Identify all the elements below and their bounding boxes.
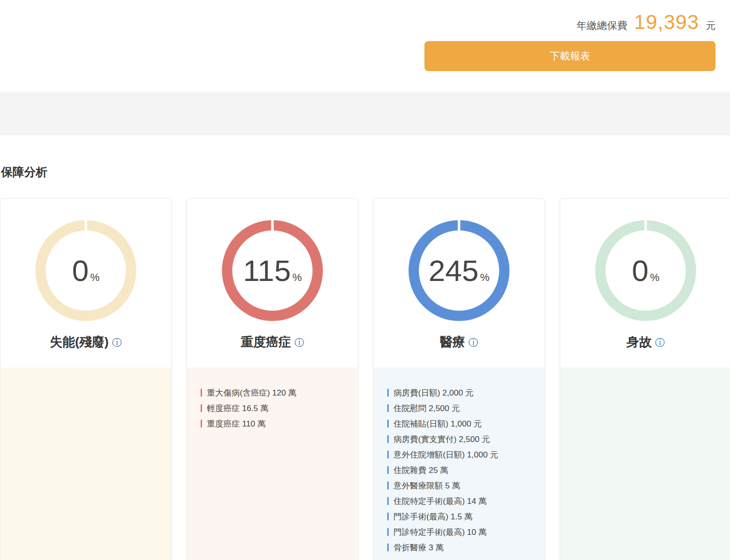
benefit-tick: [387, 389, 389, 397]
donut-chart-death: 0 %: [594, 219, 697, 322]
card-title: 身故: [627, 334, 652, 351]
benefit-text: 住院慰問 2,500 元: [394, 403, 460, 414]
benefit-tick: [201, 389, 202, 397]
section-title: 保障分析: [0, 164, 730, 180]
premium-value: 19,393: [634, 11, 699, 34]
percent-sign: %: [650, 271, 659, 284]
benefit-text: 意外醫療限額 5 萬: [394, 480, 460, 491]
benefit-text: 病房費(日額) 2,000 元: [394, 387, 473, 398]
donut-chart-severe-cancer: 115 %: [221, 219, 324, 322]
benefit-item: 住院雜費 25 萬: [387, 462, 535, 478]
coverage-cards: 0 % 失能(殘廢) ⓘ 115: [0, 198, 730, 560]
card-title: 醫療: [440, 334, 465, 351]
percent-value: 115: [243, 253, 291, 288]
info-icon[interactable]: ⓘ: [655, 338, 665, 347]
benefit-tick: [387, 497, 389, 505]
benefit-tick: [387, 420, 389, 427]
premium-label: 年繳總保費: [577, 19, 628, 32]
annual-premium: 年繳總保費 19,393 元: [577, 11, 715, 34]
card-title: 失能(殘廢): [50, 334, 108, 351]
benefit-tick: [387, 482, 389, 489]
benefit-tick: [201, 420, 202, 427]
benefit-tick: [387, 466, 389, 474]
benefit-item: 門診特定手術(最高) 10 萬: [387, 524, 535, 540]
card-title: 重度癌症: [241, 334, 291, 351]
coverage-card-death: 0 % 身故 ⓘ: [560, 198, 730, 560]
benefit-text: 住院特定手術(最高) 14 萬: [394, 496, 487, 507]
coverage-card-severe-cancer: 115 % 重度癌症 ⓘ 重大傷病(含癌症) 120 萬輕度癌症 16.5 萬重…: [187, 198, 358, 560]
benefit-text: 重度癌症 110 萬: [207, 418, 266, 429]
benefit-text: 意外住院增額(日額) 1,000 元: [394, 449, 498, 460]
donut-chart-medical: 245 %: [408, 219, 511, 322]
coverage-analysis-section: 保障分析 0 % 失能(殘廢) ⓘ: [0, 135, 730, 560]
percent-sign: %: [480, 271, 490, 284]
benefit-text: 重大傷病(含癌症) 120 萬: [207, 387, 296, 398]
benefit-item: 輕度癌症 16.5 萬: [201, 400, 348, 416]
benefit-tick: [387, 528, 389, 536]
benefit-text: 住院雜費 25 萬: [394, 465, 448, 476]
donut-chart-disability: 0 %: [34, 219, 137, 322]
percent-value: 0: [632, 253, 648, 288]
benefit-item: 住院補貼(日額) 1,000 元: [387, 416, 535, 431]
benefit-item: 意外醫療限額 5 萬: [387, 478, 535, 493]
benefit-text: 骨折醫療 3 萬: [394, 542, 444, 553]
percent-value: 0: [72, 253, 88, 288]
coverage-card-medical: 245 % 醫療 ⓘ 病房費(日額) 2,000 元住院慰問 2,500 元住院…: [373, 198, 545, 560]
benefit-tick: [201, 404, 202, 412]
section-divider-band: [0, 92, 730, 135]
percent-value: 245: [428, 253, 478, 288]
info-icon[interactable]: ⓘ: [112, 338, 122, 347]
benefit-text: 病房費(實支實付) 2,500 元: [394, 434, 490, 445]
benefit-item: 病房費(日額) 2,000 元: [387, 385, 535, 400]
benefit-item: 病房費(實支實付) 2,500 元: [387, 431, 535, 447]
benefit-list: [0, 368, 171, 560]
benefit-tick: [387, 451, 389, 458]
benefit-item: 意外住院增額(日額) 1,000 元: [387, 447, 535, 462]
benefit-tick: [387, 435, 389, 443]
info-icon[interactable]: ⓘ: [294, 338, 304, 347]
benefit-text: 住院補貼(日額) 1,000 元: [394, 418, 482, 429]
benefit-item: 重大傷病(含癌症) 120 萬: [201, 385, 348, 400]
benefit-tick: [387, 544, 389, 551]
download-report-button[interactable]: 下載報表: [424, 41, 715, 71]
benefit-list: 病房費(日額) 2,000 元住院慰問 2,500 元住院補貼(日額) 1,00…: [374, 368, 544, 560]
benefit-item: 住院慰問 2,500 元: [387, 400, 535, 416]
benefit-tick: [387, 513, 389, 520]
benefit-list: 重大傷病(含癌症) 120 萬輕度癌症 16.5 萬重度癌症 110 萬: [187, 368, 358, 560]
benefit-tick: [387, 404, 389, 412]
benefit-item: 重度癌症 110 萬: [201, 416, 348, 431]
benefit-text: 輕度癌症 16.5 萬: [207, 403, 269, 414]
benefit-text: 門診手術(最高) 1.5 萬: [394, 511, 472, 522]
info-icon[interactable]: ⓘ: [468, 338, 478, 347]
benefit-text: 門診特定手術(最高) 10 萬: [394, 527, 487, 538]
benefit-list: [560, 368, 730, 560]
coverage-card-disability: 0 % 失能(殘廢) ⓘ: [0, 198, 172, 560]
benefit-item: 門診手術(最高) 1.5 萬: [387, 509, 535, 524]
benefit-item: 骨折醫療 3 萬: [387, 540, 535, 555]
premium-unit: 元: [706, 19, 715, 32]
benefit-item: 住院特定手術(最高) 14 萬: [387, 493, 535, 509]
top-header: 年繳總保費 19,393 元 下載報表: [0, 0, 730, 92]
percent-sign: %: [90, 271, 100, 284]
percent-sign: %: [292, 271, 302, 284]
